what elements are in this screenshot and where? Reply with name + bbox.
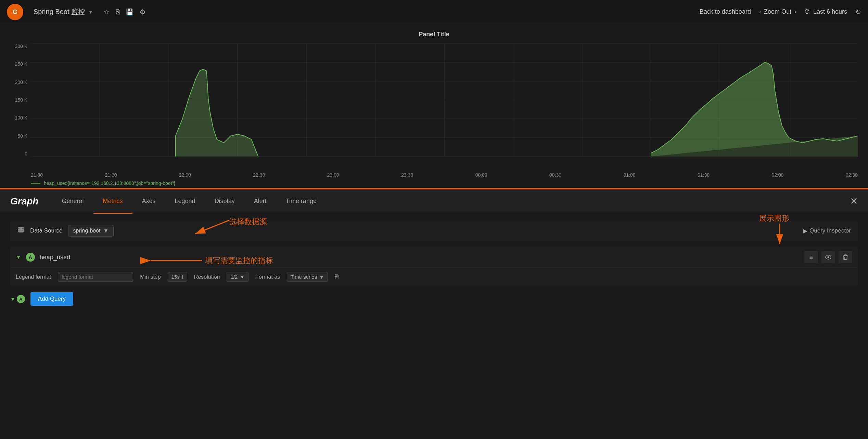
query-letter: A [26,253,35,262]
format-as-label: Format as [255,274,280,280]
add-query-collapse[interactable]: ▼ A [10,295,25,303]
save-icon[interactable]: 💾 [126,8,133,16]
add-query-button[interactable]: Add Query [30,292,73,306]
grafana-logo[interactable]: G [7,4,23,20]
x-axis: 21:00 21:30 22:00 22:30 23:00 23:30 00:0… [10,170,858,178]
svg-marker-20 [176,69,258,156]
chart-area: 300 K 250 K 200 K 150 K 100 K 50 K 0 [10,43,858,170]
info-icon: ℹ [182,274,183,280]
query-hamburger-button[interactable]: ≡ [804,251,818,263]
settings-icon[interactable]: ⚙ [140,8,146,16]
legend-format-input[interactable] [58,272,133,282]
svg-rect-28 [844,256,847,260]
metrics-panel: Data Source spring-boot ▼ ▶ Query Inspec… [0,213,868,315]
tab-alert[interactable]: Alert [244,190,276,214]
query-row: ▼ A ≡ [10,247,858,286]
zoom-controls: ‹ Zoom Out › [759,8,796,15]
tab-metrics[interactable]: Metrics [93,190,132,214]
zoom-prev-icon[interactable]: ‹ [759,8,761,15]
share-icon[interactable]: ⎘ [116,8,120,16]
query-inspector-label: Query Inspector [809,227,851,234]
svg-point-23 [18,227,24,229]
svg-point-27 [828,256,829,258]
min-step-value: 15s ℹ [168,272,187,282]
query-delete-button[interactable] [839,251,852,263]
datasource-row: Data Source spring-boot ▼ ▶ Query Inspec… [10,220,858,241]
svg-rect-32 [844,255,846,256]
query-inspector-arrow: ▶ [803,227,807,235]
chart-svg [31,43,858,156]
chart-main [31,43,858,170]
query-collapse-button[interactable]: ▼ [16,254,21,260]
chart-title: Panel Title [10,31,858,38]
tab-display[interactable]: Display [205,190,244,214]
legend-text: heap_used{instance="192.168.2.138:8080",… [44,180,175,186]
query-section: ▼ A ≡ [10,247,858,286]
min-step-label: Min step [140,274,161,280]
query-actions: ≡ [804,251,852,263]
format-as-select[interactable]: Time series ▼ [287,272,328,282]
zoom-out-label[interactable]: Zoom Out [764,8,791,15]
datasource-label: Data Source [30,227,63,234]
close-button[interactable]: ✕ [850,197,858,206]
legend-row: heap_used{instance="192.168.2.138:8080",… [10,178,858,186]
database-icon [17,226,25,236]
svg-marker-22 [651,62,858,156]
tab-time-range[interactable]: Time range [276,190,326,214]
tab-legend[interactable]: Legend [165,190,205,214]
datasource-caret: ▼ [103,228,109,234]
datasource-value: spring-boot [73,228,101,234]
tab-list: General Metrics Axes Legend Display Aler… [52,189,326,213]
nav-title[interactable]: Spring Boot 监控 ▼ [29,7,97,16]
datasource-select[interactable]: spring-boot ▼ [68,225,114,237]
legend-line [31,183,40,184]
time-range: ⏱ Last 6 hours [804,8,847,15]
clock-icon: ⏱ [804,8,810,15]
datasource-section: Data Source spring-boot ▼ ▶ Query Inspec… [10,220,858,241]
resolution-label: Resolution [194,274,220,280]
topnav: G Spring Boot 监控 ▼ ☆ ⎘ 💾 ⚙ Back to dashb… [0,0,868,24]
add-query-letter: A [17,295,25,303]
nav-icons: ☆ ⎘ 💾 ⚙ [103,8,146,16]
nav-right: Back to dashboard ‹ Zoom Out › ⏱ Last 6 … [700,8,861,16]
zoom-next-icon[interactable]: › [794,8,796,15]
title-chevron: ▼ [88,9,93,15]
time-range-label[interactable]: Last 6 hours [813,8,847,15]
add-query-row: ▼ A Add Query [10,289,858,309]
dashboard-title: Spring Boot 监控 [34,7,85,16]
query-eye-button[interactable] [821,251,835,263]
query-inspector-button[interactable]: ▶ Query Inspector [803,227,851,235]
query-row-header: ▼ A ≡ [10,247,858,268]
y-axis: 300 K 250 K 200 K 150 K 100 K 50 K 0 [10,43,31,156]
refresh-button[interactable]: ↻ [855,8,861,16]
panel-editor: Graph General Metrics Axes Legend Displa… [0,188,868,315]
resolution-select[interactable]: 1/2 ▼ [227,272,248,282]
legend-format-label: Legend format [16,274,51,280]
tab-general[interactable]: General [52,190,93,214]
star-icon[interactable]: ☆ [103,8,110,16]
graph-label: Graph [10,196,38,207]
export-icon[interactable]: ⎘ [335,273,339,280]
query-options-row: Legend format Min step 15s ℹ Resolution … [10,268,858,286]
query-input[interactable] [40,254,800,261]
back-to-dashboard-button[interactable]: Back to dashboard [700,8,751,15]
tab-axes[interactable]: Axes [132,190,165,214]
svg-text:G: G [13,9,17,15]
chart-container: Panel Title 300 K 250 K 200 K 150 K 100 … [0,24,868,188]
panel-editor-header: Graph General Metrics Axes Legend Displa… [0,189,868,213]
